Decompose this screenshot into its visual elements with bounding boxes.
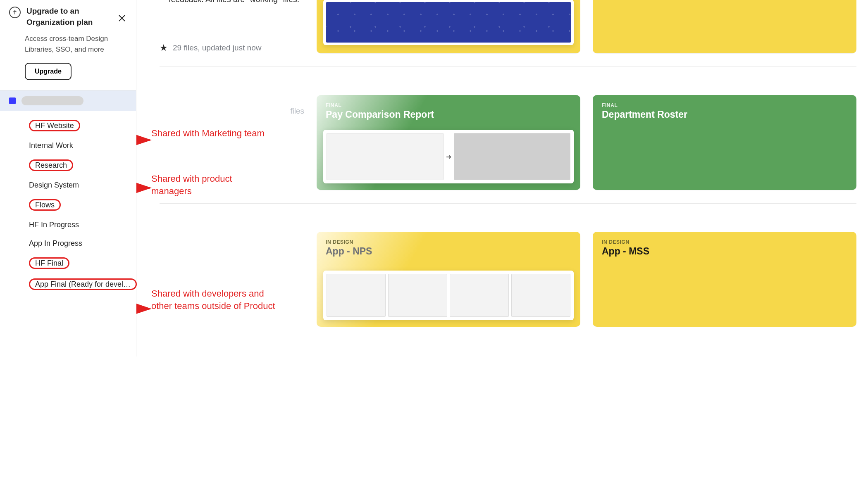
section-row-3: IN DESIGN App - NPS IN DESIGN App - M <box>160 212 856 340</box>
section-row-2: files FINAL Pay Comparison Report ➜ <box>160 75 856 204</box>
project-label: Internal Work <box>29 141 73 150</box>
project-label: Research <box>29 159 73 171</box>
project-label: HF In Progress <box>29 221 79 229</box>
project-item[interactable]: HF Final <box>0 253 136 274</box>
card-title: Pay Comparison Report <box>326 109 571 120</box>
project-item[interactable]: App In Progress <box>0 234 136 253</box>
card-overlay: FINAL Pay Comparison Report <box>326 102 571 120</box>
file-card[interactable] <box>593 0 856 53</box>
cards: Console <box>317 12 856 53</box>
cards: FINAL Pay Comparison Report ➜ <box>317 95 856 190</box>
file-card[interactable]: FINAL Department Roster <box>593 95 856 190</box>
row-left-col: files <box>160 95 304 190</box>
upgrade-title: Upgrade to an Organization plan <box>26 6 127 28</box>
description-line: feedback. All files are "working" files. <box>169 0 304 5</box>
file-card[interactable]: Console <box>317 0 580 53</box>
project-item[interactable]: Design System <box>0 176 136 195</box>
upgrade-head: Upgrade to an Organization plan <box>9 6 127 28</box>
card-overlay: IN DESIGN App - NPS <box>326 239 571 257</box>
card-thumbnail: ➜ <box>323 130 574 183</box>
card-badge: IN DESIGN <box>602 239 847 245</box>
card-badge: FINAL <box>602 102 847 108</box>
star-icon[interactable]: ★ <box>160 43 168 53</box>
card-thumbnail <box>323 0 574 45</box>
card-title: App - MSS <box>602 246 847 257</box>
section-row-1: feedback. All files are "working" files.… <box>160 0 856 67</box>
upgrade-arrow-icon <box>9 7 21 18</box>
card-row: IN DESIGN App - NPS IN DESIGN App - M <box>160 212 856 340</box>
project-label: HF Website <box>29 120 80 131</box>
upgrade-subtitle: Access cross-team Design Libraries, SSO,… <box>25 33 127 55</box>
project-item[interactable]: HF In Progress <box>0 216 136 234</box>
card-badge: FINAL <box>326 102 571 108</box>
card-row: files FINAL Pay Comparison Report ➜ <box>160 75 856 204</box>
project-item[interactable]: Internal Work <box>0 136 136 155</box>
main-pane: feedback. All files are "working" files.… <box>136 0 868 356</box>
project-label: Flows <box>29 199 61 211</box>
cards: IN DESIGN App - NPS IN DESIGN App - M <box>317 232 856 327</box>
close-icon[interactable] <box>116 12 128 24</box>
project-label: HF Final <box>29 257 69 269</box>
app-root: Upgrade to an Organization plan Access c… <box>0 0 868 356</box>
divider <box>0 305 136 305</box>
card-title: Department Roster <box>602 109 847 120</box>
project-item[interactable]: HF Website <box>0 115 136 136</box>
card-overlay: IN DESIGN App - MSS <box>602 239 847 257</box>
project-label: App Final (Ready for devel… <box>29 278 137 290</box>
file-card[interactable]: IN DESIGN App - MSS <box>593 232 856 327</box>
card-row: feedback. All files are "working" files.… <box>160 0 856 67</box>
row-left-col <box>160 232 304 327</box>
team-color-swatch <box>9 97 16 104</box>
project-item[interactable]: Flows <box>0 195 136 216</box>
files-hint: files <box>290 107 304 116</box>
team-name-placeholder <box>21 96 83 105</box>
row-left-col: feedback. All files are "working" files.… <box>160 0 304 53</box>
files-meta-text: 29 files, updated just now <box>173 43 261 52</box>
active-team-row[interactable] <box>0 90 136 111</box>
project-label: App In Progress <box>29 239 82 247</box>
project-label: Design System <box>29 181 79 189</box>
upgrade-banner: Upgrade to an Organization plan Access c… <box>0 6 136 90</box>
project-list: HF Website Internal Work Research Design… <box>0 111 136 305</box>
upgrade-button[interactable]: Upgrade <box>25 63 72 80</box>
card-title: App - NPS <box>326 246 571 257</box>
card-thumbnail <box>323 271 574 320</box>
card-badge: IN DESIGN <box>326 239 571 245</box>
project-item[interactable]: App Final (Ready for devel… <box>0 274 136 295</box>
sidebar: Upgrade to an Organization plan Access c… <box>0 0 136 356</box>
files-meta: ★ 29 files, updated just now <box>160 43 304 53</box>
card-overlay: FINAL Department Roster <box>602 102 847 120</box>
file-card[interactable]: IN DESIGN App - NPS <box>317 232 580 327</box>
file-card[interactable]: FINAL Pay Comparison Report ➜ <box>317 95 580 190</box>
project-item[interactable]: Research <box>0 155 136 176</box>
